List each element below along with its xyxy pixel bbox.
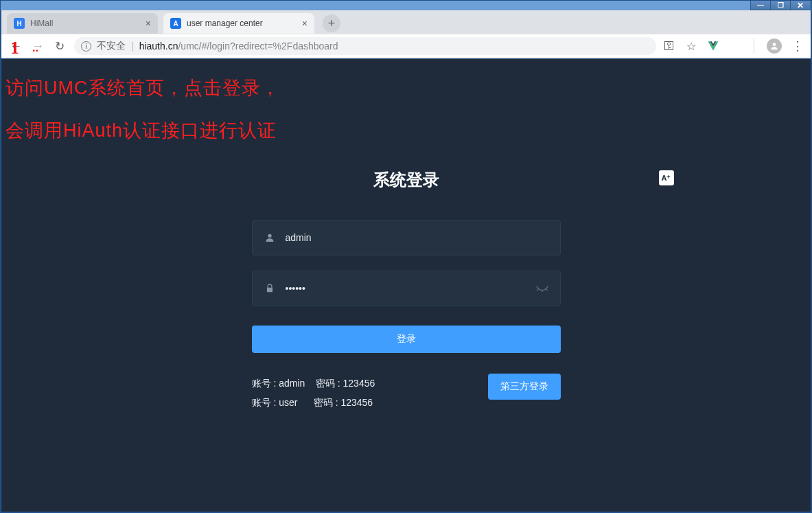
login-button[interactable]: 登录	[252, 326, 561, 353]
url-text: hiauth.cn/umc/#/login?redirect=%2Fdashbo…	[139, 41, 338, 52]
extension-color-icon[interactable]	[729, 40, 741, 52]
minimize-icon: —	[757, 1, 764, 9]
site-info-icon[interactable]: i	[81, 41, 91, 52]
browser-menu-icon[interactable]: ⋮	[791, 38, 804, 54]
nav-forward-button[interactable]: →	[30, 39, 45, 54]
close-icon: ✕	[797, 1, 804, 10]
tab-strip: H HiMall × A user manager center × +	[1, 10, 811, 34]
maximize-icon: ❐	[778, 1, 784, 9]
toolbar: ← → ↻ i 不安全 | hiauth.cn/umc/#/login?redi…	[1, 34, 811, 58]
login-title: 系统登录	[373, 169, 439, 191]
tab-favicon-icon: H	[14, 18, 25, 29]
vue-devtools-icon[interactable]	[707, 40, 719, 52]
tab-close-icon[interactable]: ×	[302, 18, 308, 29]
password-field[interactable]	[252, 271, 561, 306]
tab-close-icon[interactable]: ×	[146, 18, 151, 29]
not-secure-label: 不安全	[97, 40, 126, 52]
new-tab-button[interactable]: +	[323, 14, 340, 32]
window-close-button[interactable]: ✕	[790, 1, 811, 10]
user-icon	[264, 232, 276, 243]
page-viewport: 访问UMC系统首页，点击登录， 会调用HiAuth认证接口进行认证 系统登录 A…	[1, 59, 811, 512]
tab-umc[interactable]: A user manager center ×	[163, 13, 314, 34]
svg-point-0	[773, 43, 776, 46]
profile-avatar-icon[interactable]	[767, 38, 782, 54]
extension-icons: ⚿ ☆ ⋮	[663, 38, 804, 54]
tab-title: user manager center	[187, 19, 297, 28]
username-input[interactable]	[286, 232, 549, 243]
bookmark-star-icon[interactable]: ☆	[685, 40, 697, 52]
browser-chrome: H HiMall × A user manager center × + ← →…	[1, 10, 811, 59]
separator	[754, 38, 754, 54]
third-party-login-button[interactable]: 第三方登录	[488, 374, 561, 400]
plus-icon: +	[328, 16, 336, 31]
svg-point-1	[268, 234, 271, 238]
password-input[interactable]	[286, 283, 526, 294]
key-icon[interactable]: ⚿	[663, 40, 675, 52]
separator: |	[131, 41, 134, 52]
annotation-line1: 访问UMC系统首页，点击登录，	[5, 76, 281, 100]
lock-icon	[264, 283, 276, 294]
tab-favicon-icon: A	[170, 18, 181, 29]
credential-hints: 账号 : admin 密码 : 123456 账号 : user 密码 : 12…	[252, 374, 375, 412]
nav-reload-button[interactable]: ↻	[52, 39, 67, 54]
username-field[interactable]	[252, 220, 561, 255]
annotation-line2: 会调用HiAuth认证接口进行认证	[5, 118, 277, 143]
window-maximize-button[interactable]: ❐	[770, 1, 791, 10]
nav-back-button[interactable]: ←	[8, 39, 23, 54]
window-titlebar: — ❐ ✕	[1, 1, 811, 10]
window-minimize-button[interactable]: —	[750, 1, 771, 10]
tab-title: HiMall	[30, 19, 140, 28]
address-bar[interactable]: i 不安全 | hiauth.cn/umc/#/login?redirect=%…	[74, 37, 656, 55]
eye-closed-icon[interactable]	[535, 282, 549, 296]
login-form: 系统登录 A⁺ 登录 账号 :	[252, 169, 561, 412]
tab-himall[interactable]: H HiMall ×	[7, 13, 158, 34]
language-switch-icon[interactable]: A⁺	[659, 170, 674, 185]
